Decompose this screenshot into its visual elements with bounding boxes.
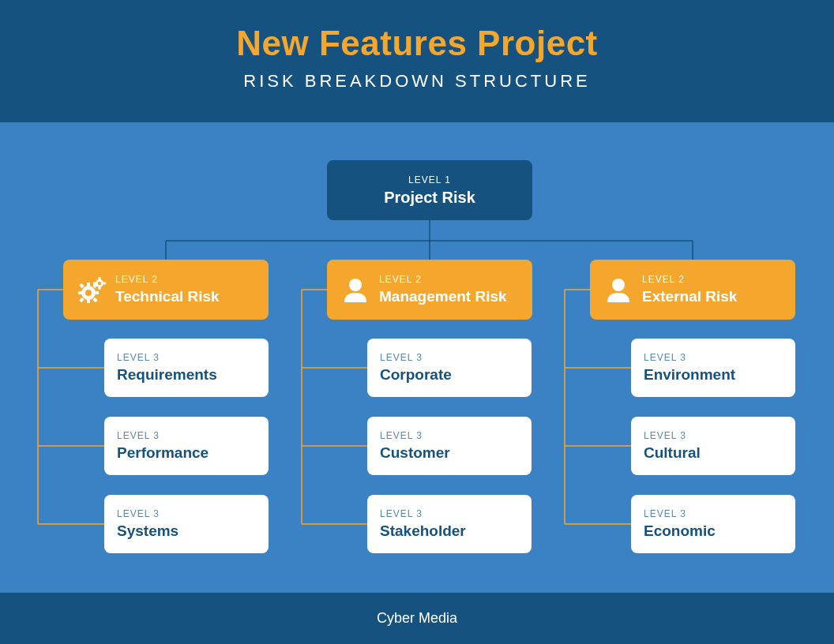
item-node: LEVEL 3 Performance (104, 417, 269, 475)
item-title: Environment (644, 366, 735, 384)
svg-rect-24 (78, 291, 83, 294)
category-node-management: LEVEL 2 Management Risk (327, 260, 532, 320)
person-icon (340, 274, 371, 305)
category-title: External Risk (642, 288, 737, 305)
svg-rect-34 (93, 283, 96, 285)
item-title: Systems (117, 522, 178, 540)
item-title: Corporate (380, 366, 452, 384)
level-label: LEVEL 2 (642, 274, 737, 285)
item-node: LEVEL 3 Environment (631, 339, 795, 397)
svg-rect-32 (99, 277, 101, 280)
item-node: LEVEL 3 Economic (631, 495, 795, 553)
root-node: LEVEL 1 Project Risk (327, 160, 532, 220)
svg-rect-28 (79, 298, 84, 302)
category-node-external: LEVEL 2 External Risk (590, 260, 795, 320)
level-label: LEVEL 2 (379, 274, 507, 285)
gears-icon (76, 274, 107, 305)
item-title: Customer (380, 444, 450, 462)
page-title: New Features Project (0, 24, 834, 63)
svg-point-21 (85, 290, 92, 296)
category-node-technical: LEVEL 2 Technical Risk (63, 260, 269, 320)
item-title: Economic (644, 522, 716, 540)
footer: Cyber Media (0, 593, 834, 644)
svg-rect-25 (94, 291, 99, 294)
item-title: Stakeholder (380, 522, 466, 540)
svg-rect-26 (79, 283, 84, 288)
svg-rect-33 (99, 286, 101, 290)
header: New Features Project RISK BREAKDOWN STRU… (0, 0, 834, 122)
page-subtitle: RISK BREAKDOWN STRUCTURE (0, 71, 834, 92)
category-title: Technical Risk (115, 288, 220, 305)
svg-rect-29 (92, 298, 97, 302)
level-label: LEVEL 3 (117, 352, 160, 363)
item-title: Requirements (117, 366, 217, 384)
root-title: Project Risk (384, 189, 475, 207)
svg-rect-23 (87, 298, 90, 303)
item-title: Performance (117, 444, 208, 462)
item-node: LEVEL 3 Customer (367, 417, 532, 475)
level-label: LEVEL 3 (380, 352, 423, 363)
level-label: LEVEL 1 (408, 174, 451, 185)
item-node: LEVEL 3 Systems (104, 495, 269, 553)
level-label: LEVEL 3 (380, 430, 423, 441)
svg-rect-22 (87, 283, 90, 287)
item-node: LEVEL 3 Cultural (631, 417, 795, 475)
diagram-canvas: LEVEL 1 Project Risk (0, 122, 834, 593)
svg-point-37 (612, 279, 625, 291)
svg-point-36 (349, 279, 362, 291)
item-node: LEVEL 3 Corporate (367, 339, 532, 397)
item-node: LEVEL 3 Requirements (104, 339, 269, 397)
item-title: Cultural (644, 444, 701, 462)
level-label: LEVEL 3 (644, 508, 686, 519)
person-icon (603, 274, 634, 305)
level-label: LEVEL 3 (644, 352, 686, 363)
footer-text: Cyber Media (377, 610, 457, 627)
item-node: LEVEL 3 Stakeholder (367, 495, 532, 553)
category-title: Management Risk (379, 288, 507, 305)
level-label: LEVEL 3 (117, 508, 160, 519)
level-label: LEVEL 3 (380, 508, 423, 519)
svg-rect-35 (103, 283, 106, 285)
level-label: LEVEL 3 (644, 430, 686, 441)
level-label: LEVEL 3 (117, 430, 160, 441)
svg-point-31 (98, 282, 101, 285)
level-label: LEVEL 2 (115, 274, 220, 285)
